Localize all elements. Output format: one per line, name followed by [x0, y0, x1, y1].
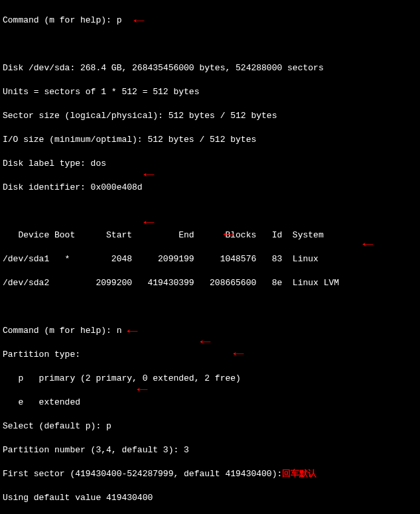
disk-ident: Disk identifier: 0x000e408d: [3, 182, 417, 194]
select-prompt: Select (default p):: [3, 421, 106, 431]
disk-sector: Sector size (logical/physical): 512 byte…: [3, 110, 417, 122]
table-header: Device Boot Start End Blocks Id System: [3, 229, 417, 241]
cmd-prompt: Command (m for help):: [3, 15, 117, 25]
arrow-icon: ←: [127, 325, 137, 337]
ptype-title: Partition type:: [3, 349, 417, 361]
input-select-p: p: [106, 421, 111, 431]
arrow-icon: ←: [200, 336, 210, 348]
using-default: Using default value 419430400: [3, 492, 417, 504]
disk-label: Disk label type: dos: [3, 158, 417, 170]
arrow-icon: ←: [133, 15, 144, 27]
arrow-icon: ←: [143, 216, 154, 228]
ptype-primary: p primary (2 primary, 0 extended, 2 free…: [3, 373, 417, 385]
disk-units: Units = sectors of 1 * 512 = 512 bytes: [3, 86, 417, 98]
arrow-icon: ←: [137, 383, 147, 395]
input-n: n: [117, 326, 122, 336]
terminal-output: Command (m for help): p← Disk /dev/sda: …: [3, 3, 417, 514]
arrow-icon: ←: [143, 168, 154, 180]
table-row: /dev/sda1 * 2048 2099199 1048576 83 Linu…: [3, 253, 417, 265]
first-sector: First sector (419430400-524287999, defau…: [3, 469, 282, 479]
input-partnum: 3: [184, 445, 189, 455]
arrow-icon: ←: [362, 238, 373, 250]
cmd-prompt: Command (m for help):: [3, 326, 117, 336]
arrow-icon: ←: [223, 228, 234, 240]
ptype-extended: e extended: [3, 397, 417, 409]
disk-header: Disk /dev/sda: 268.4 GB, 268435456000 by…: [3, 62, 417, 74]
partnum-prompt: Partition number (3,4, default 3):: [3, 445, 184, 455]
table-row: /dev/sda2 2099200 419430399 208665600 8e…: [3, 277, 417, 289]
disk-io: I/O size (minimum/optimal): 512 bytes / …: [3, 134, 417, 146]
input-p: p: [117, 15, 122, 25]
annotation-enter-default: 回车默认: [282, 469, 316, 479]
arrow-icon: ←: [233, 348, 244, 359]
